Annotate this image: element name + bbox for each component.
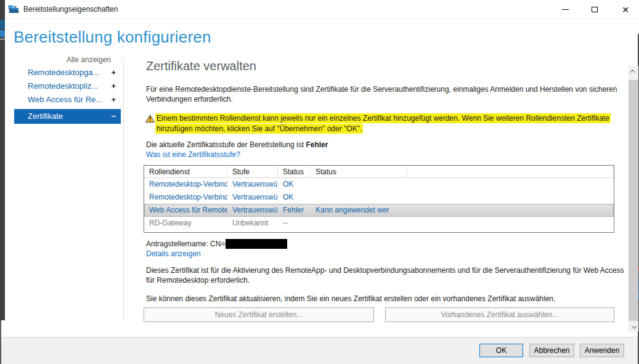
expand-icon[interactable]: +	[111, 79, 116, 93]
create-new-certificate-button[interactable]: Neues Zertifikat erstellen...	[144, 307, 374, 322]
what-is-certificate-level-link[interactable]: Was ist eine Zertifikatsstufe?	[146, 150, 240, 159]
cell-stufe: Vertrauenswürdig	[227, 191, 278, 204]
cell-status: OK	[278, 178, 311, 191]
level-prefix: Die aktuelle Zertifikatsstufe der Bereit…	[146, 140, 306, 149]
sidebar-divider	[123, 59, 124, 320]
sidebar-item-label: Zertifikate	[28, 109, 63, 124]
sidebar-item-remotedesktoplizenzierung[interactable]: Remotedesktopliz... +	[14, 79, 121, 93]
dialog-footer: OK Abbrechen Anwenden	[1, 337, 638, 364]
sidebar-item-label: Remotedesktopliz...	[28, 79, 98, 93]
table-row-selected[interactable]: Web Access für Remotedesktop Vertrauensw…	[144, 204, 614, 217]
warning-icon	[145, 115, 155, 123]
background-accent	[0, 30, 5, 37]
certificate-info-paragraph: Dieses Zertifikat ist für die Aktivierun…	[146, 265, 625, 285]
column-header-empty[interactable]	[407, 166, 614, 178]
update-hint-paragraph: Sie können dieses Zertifikat aktualisier…	[146, 294, 625, 304]
collapse-icon[interactable]: −	[111, 109, 116, 124]
level-value: Fehler	[306, 140, 328, 149]
intro-paragraph: Für eine Remotedesktopdienste-Bereitstel…	[146, 84, 625, 104]
background-accent	[0, 38, 5, 40]
table-row[interactable]: RD-Gateway Unbekannt --	[144, 217, 614, 230]
cell-rollendienst: Remotedesktop-Verbindungsbroker	[144, 178, 227, 191]
sidebar-item-label: Remotedesktopga...	[28, 66, 99, 79]
close-button[interactable]: ✕	[615, 0, 636, 19]
cell-stufe: Unbekannt	[227, 217, 278, 230]
section-title: Zertifikate verwalten	[146, 59, 256, 73]
chevron-up-icon	[630, 70, 635, 75]
table-row[interactable]: Remotedesktop-Verbindungsbroker Vertraue…	[144, 191, 614, 204]
scroll-down-button[interactable]	[629, 322, 638, 332]
table-row[interactable]: Remotedesktop-Verbindungsbroker Vertraue…	[144, 178, 614, 191]
redacted-subject-name	[226, 239, 287, 249]
background-accent	[0, 20, 5, 29]
maximize-button[interactable]	[584, 0, 605, 19]
sidebar-item-remotedesktopgateway[interactable]: Remotedesktopga... +	[14, 66, 121, 79]
maximize-icon	[592, 7, 598, 12]
cell-rollendienst: RD-Gateway	[144, 217, 227, 230]
close-icon: ✕	[622, 6, 629, 14]
cell-status-2: Kann angewendet wer	[311, 204, 407, 217]
table-header-row: Rollendienst Stufe Status Status	[144, 166, 614, 178]
scrollbar-thumb[interactable]	[629, 80, 638, 321]
sidebar-item-label: Web Access für Re...	[28, 93, 102, 107]
column-header-status-2[interactable]: Status	[311, 166, 407, 178]
ok-button[interactable]: OK	[479, 344, 523, 357]
apply-button[interactable]: Anwenden	[580, 344, 624, 357]
sidebar-item-web-access[interactable]: Web Access für Re... +	[14, 93, 121, 107]
subject-name-line: Antragstellername: CN=	[146, 239, 287, 249]
column-header-stufe[interactable]: Stufe	[227, 166, 278, 178]
expand-icon[interactable]: +	[111, 66, 116, 79]
window-title: Bereitstellungseigenschaften	[23, 5, 118, 14]
server-manager-icon	[9, 4, 19, 14]
chevron-down-icon	[632, 323, 637, 328]
minimize-button[interactable]	[555, 0, 576, 19]
minimize-icon	[562, 9, 569, 10]
background-window-edge	[0, 0, 5, 320]
subject-label: Antragstellername: CN=	[146, 240, 225, 248]
cell-status: --	[278, 217, 311, 230]
expand-icon[interactable]: +	[111, 93, 116, 107]
cell-stufe: Vertrauenswürdig	[227, 204, 278, 217]
cell-rollendienst: Remotedesktop-Verbindungsbroker	[144, 191, 227, 204]
cell-status: Fehler	[278, 204, 311, 217]
cell-status-2	[311, 217, 407, 230]
cell-rollendienst: Web Access für Remotedesktop	[144, 204, 227, 217]
warning-line-2: hinzufügen möchten, klicken Sie auf "Übe…	[155, 124, 363, 134]
vertical-scrollbar[interactable]	[629, 66, 638, 332]
page-title: Bereitstellung konfigurieren	[14, 28, 211, 47]
certificate-level-status: Die aktuelle Zertifikatsstufe der Bereit…	[146, 140, 328, 149]
warning-line-1: Einem bestimmten Rollendienst kann jewei…	[155, 113, 611, 123]
select-existing-certificate-button[interactable]: Vorhandenes Zertifikat auswählen...	[385, 307, 614, 322]
cell-stufe: Vertrauenswürdig	[227, 178, 278, 191]
column-header-status-1[interactable]: Status	[278, 166, 311, 178]
title-bar[interactable]: Bereitstellungseigenschaften ✕	[5, 0, 638, 19]
show-all-link[interactable]: Alle anzeigen	[5, 55, 111, 64]
sidebar-item-zertifikate[interactable]: Zertifikate −	[14, 109, 121, 124]
show-details-link[interactable]: Details anzeigen	[146, 249, 201, 258]
cell-status: OK	[278, 191, 311, 204]
cell-status-2	[311, 191, 407, 204]
scroll-up-button[interactable]	[629, 66, 638, 76]
certificates-table[interactable]: Rollendienst Stufe Status Status Remoted…	[144, 165, 614, 233]
cell-status-2	[311, 178, 407, 191]
warning-message: Einem bestimmten Rollendienst kann jewei…	[155, 113, 611, 134]
column-header-rollendienst[interactable]: Rollendienst	[144, 166, 227, 178]
cancel-button[interactable]: Abbrechen	[529, 344, 574, 357]
